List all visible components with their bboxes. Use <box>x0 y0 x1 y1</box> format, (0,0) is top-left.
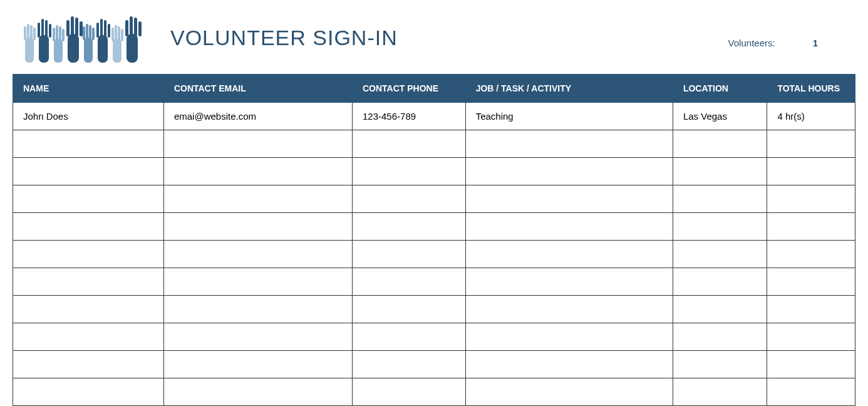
table-row <box>13 296 855 323</box>
cell-email[interactable] <box>163 158 352 185</box>
cell-location[interactable] <box>673 296 767 323</box>
cell-phone[interactable] <box>353 378 466 406</box>
table-row <box>13 130 855 158</box>
cell-email[interactable] <box>163 185 352 213</box>
svg-rect-10 <box>54 39 63 63</box>
svg-rect-24 <box>92 28 95 40</box>
cell-job[interactable] <box>465 378 673 406</box>
cell-email[interactable] <box>163 296 352 323</box>
col-header-location: LOCATION <box>673 75 767 103</box>
svg-rect-6 <box>38 23 40 38</box>
cell-hours[interactable] <box>767 241 855 268</box>
cell-location[interactable]: Las Vegas <box>673 103 767 130</box>
cell-hours[interactable] <box>767 378 855 406</box>
cell-phone[interactable]: 123-456-789 <box>353 103 466 130</box>
cell-job[interactable] <box>465 185 673 213</box>
cell-name[interactable] <box>13 378 164 406</box>
svg-rect-0 <box>25 38 34 63</box>
cell-location[interactable] <box>673 268 767 296</box>
col-header-job: JOB / TASK / ACTIVITY <box>465 75 673 103</box>
cell-hours[interactable] <box>767 185 855 213</box>
svg-rect-23 <box>89 25 91 40</box>
cell-location[interactable] <box>673 185 767 213</box>
cell-hours[interactable] <box>767 268 855 296</box>
cell-phone[interactable] <box>353 130 466 158</box>
col-header-name: NAME <box>13 75 164 103</box>
cell-name[interactable] <box>13 130 164 158</box>
cell-name[interactable] <box>13 296 164 323</box>
cell-email[interactable] <box>163 241 352 268</box>
cell-location[interactable] <box>673 130 767 158</box>
cell-phone[interactable] <box>353 323 466 351</box>
cell-job[interactable] <box>465 268 673 296</box>
page-title: VOLUNTEER SIGN-IN <box>170 26 398 50</box>
cell-job[interactable] <box>465 241 673 268</box>
svg-rect-37 <box>130 16 133 36</box>
cell-name[interactable] <box>13 351 164 378</box>
table-row <box>13 158 855 185</box>
cell-job[interactable] <box>465 130 673 158</box>
svg-rect-15 <box>68 34 79 63</box>
svg-rect-38 <box>134 18 137 36</box>
cell-hours[interactable] <box>767 213 855 241</box>
svg-rect-28 <box>104 20 106 38</box>
svg-rect-1 <box>24 26 26 40</box>
col-header-email: CONTACT EMAIL <box>163 75 352 103</box>
cell-location[interactable] <box>673 378 767 406</box>
cell-phone[interactable] <box>353 213 466 241</box>
cell-job[interactable] <box>465 323 673 351</box>
cell-email[interactable] <box>163 351 352 378</box>
cell-location[interactable] <box>673 323 767 351</box>
svg-rect-11 <box>53 28 55 41</box>
cell-location[interactable] <box>673 158 767 185</box>
cell-name[interactable] <box>13 241 164 268</box>
cell-phone[interactable] <box>353 241 466 268</box>
table-row <box>13 268 855 296</box>
cell-job[interactable]: Teaching <box>465 103 673 130</box>
cell-name[interactable] <box>13 158 164 185</box>
table-row <box>13 241 855 268</box>
svg-rect-39 <box>138 21 142 36</box>
cell-phone[interactable] <box>353 296 466 323</box>
cell-hours[interactable] <box>767 351 855 378</box>
svg-rect-13 <box>59 26 61 41</box>
cell-job[interactable] <box>465 213 673 241</box>
cell-hours[interactable] <box>767 158 855 185</box>
cell-location[interactable] <box>673 241 767 268</box>
cell-email[interactable]: emai@website.com <box>163 103 352 130</box>
cell-job[interactable] <box>465 158 673 185</box>
cell-phone[interactable] <box>353 268 466 296</box>
cell-name[interactable] <box>13 213 164 241</box>
cell-email[interactable] <box>163 268 352 296</box>
cell-hours[interactable] <box>767 130 855 158</box>
cell-name[interactable]: John Does <box>13 103 164 130</box>
col-header-phone: CONTACT PHONE <box>353 75 466 103</box>
cell-job[interactable] <box>465 351 673 378</box>
cell-location[interactable] <box>673 351 767 378</box>
svg-rect-31 <box>111 28 114 41</box>
cell-name[interactable] <box>13 268 164 296</box>
cell-hours[interactable]: 4 hr(s) <box>767 103 855 130</box>
cell-phone[interactable] <box>353 351 466 378</box>
svg-rect-8 <box>45 20 48 38</box>
cell-hours[interactable] <box>767 296 855 323</box>
cell-email[interactable] <box>163 130 352 158</box>
svg-rect-19 <box>80 21 83 36</box>
cell-job[interactable] <box>465 296 673 323</box>
cell-phone[interactable] <box>353 158 466 185</box>
cell-hours[interactable] <box>767 323 855 351</box>
svg-rect-2 <box>27 24 29 40</box>
table-row <box>13 213 855 241</box>
cell-phone[interactable] <box>353 185 466 213</box>
cell-location[interactable] <box>673 213 767 241</box>
cell-email[interactable] <box>163 323 352 351</box>
svg-rect-5 <box>39 35 49 63</box>
cell-email[interactable] <box>163 213 352 241</box>
cell-name[interactable] <box>13 185 164 213</box>
cell-name[interactable] <box>13 323 164 351</box>
header: VOLUNTEER SIGN-IN Volunteers: 1 <box>13 13 855 63</box>
cell-email[interactable] <box>163 378 352 406</box>
col-header-hours: TOTAL HOURS <box>767 75 855 103</box>
volunteers-value: 1 <box>813 38 818 48</box>
volunteers-label: Volunteers: <box>728 38 775 48</box>
